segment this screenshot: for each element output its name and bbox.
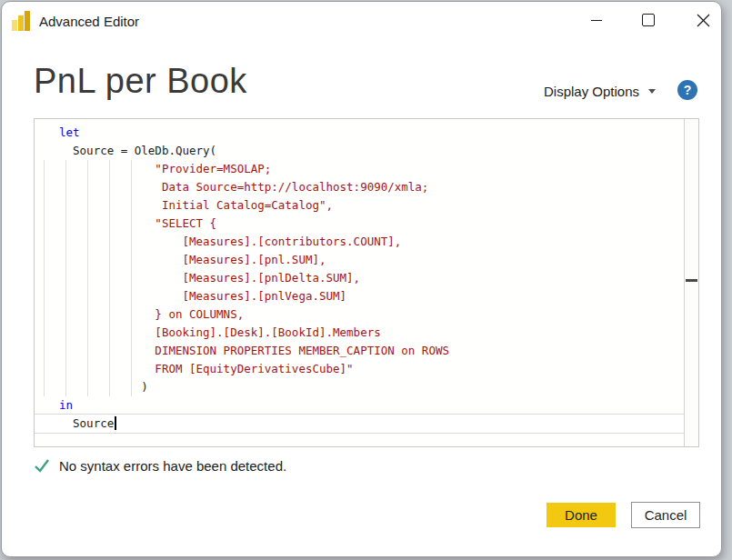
maximize-button[interactable] bbox=[627, 2, 669, 38]
code-segment: [Measures].[pnl.SUM], bbox=[59, 253, 326, 266]
code-line[interactable]: Data Source=http://localhost:9090/xmla; bbox=[35, 178, 684, 196]
query-name-title: PnL per Book bbox=[34, 62, 247, 101]
help-button[interactable]: ? bbox=[677, 80, 697, 100]
advanced-editor-dialog: Advanced Editor PnL per Book Display Opt… bbox=[1, 1, 722, 557]
code-segment: Source = OleDb.Query( bbox=[59, 144, 216, 157]
power-bi-logo-icon bbox=[12, 11, 32, 31]
code-line[interactable]: } on COLUMNS, bbox=[35, 305, 684, 324]
code-segment: [Measures].[pnlVega.SUM] bbox=[59, 289, 346, 303]
minimize-icon bbox=[591, 20, 602, 21]
code-line[interactable]: [Measures].[contributors.COUNT], bbox=[35, 233, 684, 251]
maximize-icon bbox=[642, 14, 655, 26]
code-segment: Data Source=http://localhost:9090/xmla; bbox=[59, 180, 428, 194]
code-segment: } on COLUMNS, bbox=[59, 307, 244, 321]
window-title: Advanced Editor bbox=[39, 14, 139, 29]
code-line[interactable]: ) bbox=[35, 378, 684, 396]
checkmark-icon bbox=[35, 459, 50, 473]
code-line[interactable]: [Measures].[pnlVega.SUM] bbox=[35, 287, 684, 305]
syntax-status: No syntax errors have been detected. bbox=[35, 458, 286, 474]
close-icon bbox=[697, 14, 710, 27]
done-button[interactable]: Done bbox=[546, 503, 616, 527]
display-options-dropdown[interactable]: Display Options bbox=[544, 79, 656, 103]
minimize-button[interactable] bbox=[576, 2, 617, 38]
cancel-button[interactable]: Cancel bbox=[631, 502, 700, 528]
code-segment: "Provider=MSOLAP; bbox=[59, 162, 271, 175]
editor-scrollbar[interactable] bbox=[684, 119, 698, 446]
code-segment: "SELECT { bbox=[59, 216, 216, 230]
code-line[interactable]: in bbox=[35, 396, 684, 415]
code-line[interactable]: [Measures].[pnl.SUM], bbox=[35, 251, 684, 269]
code-line[interactable]: "SELECT { bbox=[35, 215, 684, 233]
code-line[interactable]: "Provider=MSOLAP; bbox=[35, 160, 684, 178]
help-icon: ? bbox=[684, 83, 692, 97]
code-line[interactable]: Source = OleDb.Query( bbox=[35, 142, 684, 160]
code-line[interactable]: Source bbox=[35, 415, 684, 433]
code-line[interactable]: FROM [EquityDerivativesCube]" bbox=[35, 360, 684, 378]
display-options-label: Display Options bbox=[544, 84, 639, 99]
status-message: No syntax errors have been detected. bbox=[59, 458, 286, 474]
code-line[interactable]: Initial Catalog=Catalog", bbox=[35, 196, 684, 215]
code-segment: DIMENSION PROPERTIES MEMBER_CAPTION on R… bbox=[59, 344, 449, 357]
code-line[interactable]: [Measures].[pnlDelta.SUM], bbox=[35, 269, 684, 287]
text-caret bbox=[115, 416, 116, 430]
scrollbar-thumb[interactable] bbox=[686, 279, 697, 282]
code-line[interactable]: DIMENSION PROPERTIES MEMBER_CAPTION on R… bbox=[35, 342, 684, 360]
code-editor[interactable]: let Source = OleDb.Query( "Provider=MSOL… bbox=[34, 118, 699, 447]
code-segment: let bbox=[59, 125, 80, 139]
code-segment: [Booking].[Desk].[BookId].Members bbox=[59, 325, 381, 339]
chevron-down-icon bbox=[648, 89, 656, 94]
code-line[interactable]: let bbox=[35, 124, 684, 142]
code-segment: [Measures].[pnlDelta.SUM], bbox=[59, 271, 360, 285]
code-segment: [Measures].[contributors.COUNT], bbox=[59, 235, 401, 248]
code-lines: let Source = OleDb.Query( "Provider=MSOL… bbox=[35, 119, 684, 446]
title-bar: Advanced Editor bbox=[2, 2, 721, 42]
code-segment: ) bbox=[59, 380, 148, 394]
code-segment: Initial Catalog=Catalog", bbox=[59, 198, 333, 212]
code-segment: in bbox=[59, 398, 73, 412]
code-line[interactable]: [Booking].[Desk].[BookId].Members bbox=[35, 324, 684, 342]
code-segment: Source bbox=[59, 416, 114, 430]
close-button[interactable] bbox=[682, 2, 724, 38]
code-segment: FROM [EquityDerivativesCube]" bbox=[59, 362, 354, 375]
